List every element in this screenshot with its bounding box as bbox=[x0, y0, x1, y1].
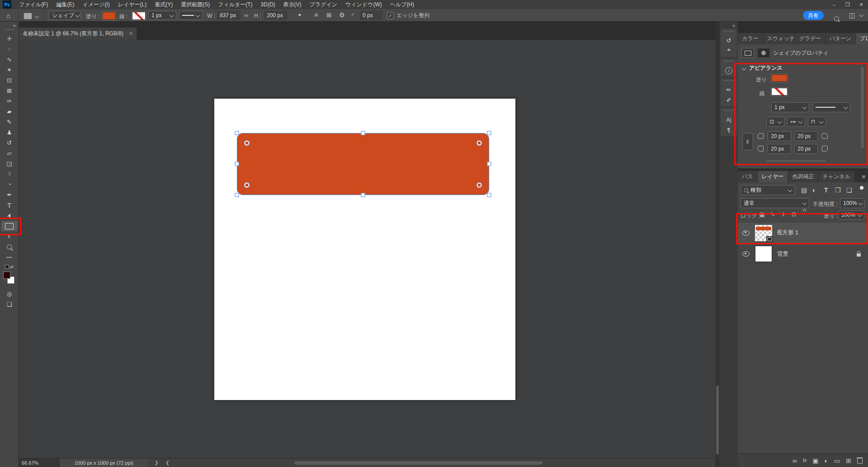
toolbar-grip[interactable] bbox=[5, 29, 14, 32]
menu-window[interactable]: ウィンドウ(W) bbox=[341, 1, 386, 9]
blend-mode-dropdown[interactable]: 通常 bbox=[741, 198, 809, 208]
layer-name[interactable]: 長方形 1 bbox=[777, 229, 798, 237]
tool-preset-chevron-icon[interactable] bbox=[35, 14, 39, 19]
frame-tool[interactable]: ⊠ bbox=[1, 86, 18, 96]
shape-properties-icon[interactable] bbox=[741, 48, 754, 58]
transform-handle-bottom-left[interactable] bbox=[235, 193, 239, 197]
shape-settings-gear-icon[interactable]: ⚙ bbox=[339, 12, 345, 18]
menu-filter[interactable]: フィルター(T) bbox=[214, 1, 256, 9]
foreground-color-swatch[interactable] bbox=[3, 272, 10, 279]
paint-bucket-tool[interactable]: ◲ bbox=[1, 158, 18, 169]
layer-row-rectangle-1[interactable]: 長方形 1 bbox=[738, 223, 868, 243]
home-icon[interactable]: ⌂ bbox=[6, 12, 10, 19]
transform-handle-middle-right[interactable] bbox=[487, 162, 491, 166]
tab-paths[interactable]: パス bbox=[738, 171, 757, 182]
layer-filter-dropdown[interactable]: 種類 bbox=[741, 185, 795, 195]
close-icon[interactable]: ✕ bbox=[854, 0, 868, 9]
transform-handle-bottom-center[interactable] bbox=[361, 193, 365, 197]
zoom-level-field[interactable]: 66.67% bbox=[19, 458, 60, 467]
new-layer-icon[interactable]: ⊞ bbox=[846, 457, 851, 464]
lasso-tool[interactable]: ∿ bbox=[1, 54, 18, 65]
restore-icon[interactable]: ❐ bbox=[841, 0, 854, 9]
pen-tool[interactable]: ✒ bbox=[1, 190, 18, 200]
eraser-tool[interactable]: ▱ bbox=[1, 148, 18, 158]
filter-shape-layers-icon[interactable]: ❒ bbox=[835, 187, 841, 193]
status-prev-icon[interactable]: ❮ bbox=[165, 460, 169, 465]
delete-layer-icon[interactable] bbox=[857, 459, 863, 464]
tab-color[interactable]: カラー bbox=[738, 33, 763, 44]
path-alignment-icon[interactable]: ≡ bbox=[314, 12, 318, 18]
comments-panel-button[interactable]: ❝ bbox=[722, 46, 736, 56]
swap-colors-button[interactable]: ⇄ bbox=[1, 262, 18, 271]
dodge-tool[interactable]: ◔ bbox=[1, 179, 18, 190]
rectangle-tool[interactable] bbox=[1, 221, 18, 231]
transform-handle-middle-left[interactable] bbox=[235, 162, 239, 166]
layer-thumbnail-background[interactable] bbox=[755, 246, 772, 262]
minimize-icon[interactable]: – bbox=[827, 0, 841, 9]
stroke-style-dropdown[interactable] bbox=[179, 11, 203, 20]
layer-name[interactable]: 背景 bbox=[777, 250, 788, 258]
transform-handle-bottom-right[interactable] bbox=[487, 193, 491, 197]
new-group-icon[interactable]: ▭ bbox=[834, 457, 840, 464]
menu-edit[interactable]: 編集(E) bbox=[52, 1, 78, 9]
link-layers-icon[interactable]: ∞ bbox=[793, 457, 797, 464]
opacity-field[interactable]: 100% bbox=[840, 198, 864, 208]
smudge-tool[interactable]: ☟ bbox=[1, 169, 18, 179]
properties-scrollbar-thumb[interactable] bbox=[861, 67, 864, 148]
character-panel-button[interactable]: A| bbox=[722, 114, 736, 125]
magic-wand-tool[interactable]: ✶ bbox=[1, 65, 18, 75]
toolbar-collapse-icon[interactable]: » bbox=[0, 22, 19, 28]
radius-bottom-right-field[interactable]: 20 px bbox=[794, 144, 818, 154]
transform-handle-top-center[interactable] bbox=[361, 131, 365, 135]
appearance-collapse-icon[interactable] bbox=[742, 66, 746, 71]
document-tab-close-icon[interactable]: ✕ bbox=[129, 31, 133, 37]
elliptical-marquee-tool[interactable]: ◌ bbox=[1, 44, 18, 54]
workspace-chevron-icon[interactable] bbox=[859, 13, 864, 17]
corner-radius-handle-bottom-right[interactable] bbox=[477, 183, 482, 188]
tab-channels[interactable]: チャンネル bbox=[818, 171, 854, 182]
crop-tool[interactable]: ⊡ bbox=[1, 75, 18, 86]
link-corner-radii-button[interactable]: ∞ bbox=[742, 133, 753, 150]
lock-pixels-icon[interactable]: ✎ bbox=[770, 212, 775, 217]
radius-top-left-field[interactable]: 20 px bbox=[768, 131, 791, 141]
menu-layer[interactable]: レイヤー(L) bbox=[114, 1, 151, 9]
stroke-cap-dropdown[interactable]: ⊶ bbox=[787, 117, 805, 127]
fill-color-swatch[interactable] bbox=[102, 12, 116, 20]
path-operations-icon[interactable]: ▪ bbox=[298, 11, 301, 19]
tool-preset-icon[interactable] bbox=[24, 13, 32, 19]
tab-layers[interactable]: レイヤー bbox=[758, 171, 788, 182]
tab-swatches[interactable]: スウォッチ bbox=[763, 33, 795, 44]
info-panel-button[interactable]: i bbox=[722, 65, 736, 76]
search-icon[interactable] bbox=[834, 16, 839, 21]
brushes-panel-button[interactable]: ✐ bbox=[722, 95, 736, 105]
edit-toolbar-button[interactable]: ••• bbox=[1, 252, 18, 262]
appearance-fill-swatch[interactable] bbox=[771, 74, 788, 82]
hand-tool[interactable]: ✌ bbox=[1, 231, 18, 242]
stroke-width-field[interactable]: 1 px bbox=[148, 11, 176, 20]
tool-mode-dropdown[interactable]: シェイプ bbox=[49, 11, 80, 20]
appearance-section-header[interactable]: アピアランス bbox=[742, 64, 783, 72]
layer-visibility-eye-icon[interactable] bbox=[742, 230, 750, 236]
radius-bottom-left-field[interactable]: 20 px bbox=[768, 144, 791, 154]
stroke-align-dropdown[interactable]: ⊡ bbox=[766, 117, 784, 127]
paragraph-panel-button[interactable]: ¶ bbox=[722, 125, 736, 135]
tab-patterns[interactable]: パターン bbox=[826, 33, 855, 44]
tab-adjustments[interactable]: 色調補正 bbox=[788, 171, 818, 182]
layer-mask-icon[interactable]: ▣ bbox=[812, 457, 818, 464]
adjustment-layer-icon[interactable]: ◐ bbox=[825, 457, 828, 464]
appearance-stroke-style-dropdown[interactable] bbox=[812, 102, 850, 112]
spot-healing-brush-tool[interactable]: ▰ bbox=[1, 106, 18, 117]
brush-settings-panel-button[interactable]: ✏ bbox=[722, 85, 736, 95]
filter-pixel-layers-icon[interactable]: ▤ bbox=[801, 187, 807, 193]
corner-radius-handle-bottom-left[interactable] bbox=[245, 183, 250, 188]
shape-layer-rectangle[interactable] bbox=[237, 133, 489, 195]
corner-radius-handle-top-right[interactable] bbox=[477, 141, 482, 146]
status-next-icon[interactable]: ❯ bbox=[155, 460, 158, 465]
filter-smart-objects-icon[interactable]: ❏ bbox=[846, 187, 852, 193]
stroke-corner-dropdown[interactable]: ⊓ bbox=[808, 117, 826, 127]
move-tool[interactable]: ✛ bbox=[1, 33, 18, 44]
lock-transparency-icon[interactable]: ▦ bbox=[760, 212, 764, 217]
menu-image[interactable]: イメージ(I) bbox=[78, 1, 113, 9]
type-tool[interactable]: T bbox=[1, 200, 18, 210]
menu-help[interactable]: ヘルプ(H) bbox=[386, 1, 419, 9]
